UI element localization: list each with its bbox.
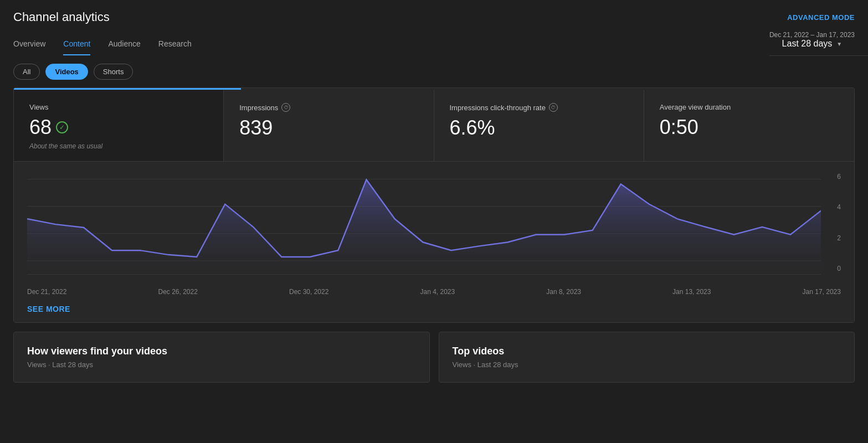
dropdown-arrow-icon: ▼ — [836, 41, 842, 47]
bottom-card-viewers-find[interactable]: How viewers find your videos Views · Las… — [13, 332, 430, 383]
filter-row: All Videos Shorts — [0, 56, 868, 87]
advanced-mode-button[interactable]: ADVANCED MODE — [787, 13, 855, 22]
metric-card-impressions[interactable]: Impressions ⏱ 839 — [224, 90, 434, 161]
bottom-card-subtitle-viewers: Views · Last 28 days — [27, 360, 416, 369]
date-range-selector[interactable]: Last 28 days ▼ — [782, 39, 843, 49]
chart-svg — [27, 173, 821, 284]
nav-date-row: Overview Content Audience Research Dec 2… — [0, 31, 868, 56]
chart-x-labels: Dec 21, 2022 Dec 26, 2022 Dec 30, 2022 J… — [27, 284, 841, 296]
page-header: Channel analytics ADVANCED MODE — [0, 0, 868, 31]
info-icon-impressions: ⏱ — [281, 103, 290, 112]
metric-check-icon: ✓ — [56, 121, 68, 133]
bottom-card-top-videos[interactable]: Top videos Views · Last 28 days — [439, 332, 855, 383]
metrics-section: Views 68 ✓ About the same as usual Impre… — [13, 87, 855, 323]
metrics-cards: Views 68 ✓ About the same as usual Impre… — [14, 90, 854, 162]
nav-tabs: Overview Content Audience Research — [0, 31, 769, 56]
bottom-card-title-top-videos: Top videos — [453, 346, 841, 357]
info-icon-ctr: ⏱ — [549, 103, 558, 112]
metric-card-ctr[interactable]: Impressions click-through rate ⏱ 6.6% — [434, 90, 644, 161]
see-more-link[interactable]: SEE MORE — [14, 296, 854, 322]
chart-area: 6 4 2 0 — [14, 162, 854, 296]
metric-label-impressions: Impressions ⏱ — [239, 103, 418, 112]
date-range-label-main: Last 28 days — [782, 39, 833, 49]
bottom-cards: How viewers find your videos Views · Las… — [0, 323, 868, 392]
metric-label-views: Views — [29, 103, 208, 111]
page-title: Channel analytics — [13, 10, 110, 24]
date-range-label-small: Dec 21, 2022 – Jan 17, 2023 — [769, 31, 855, 39]
filter-videos[interactable]: Videos — [45, 64, 88, 80]
bottom-card-title-viewers: How viewers find your videos — [27, 346, 416, 357]
tab-audience[interactable]: Audience — [108, 33, 140, 55]
filter-shorts[interactable]: Shorts — [94, 64, 133, 80]
chart-fill — [27, 180, 821, 275]
date-range-container: Dec 21, 2022 – Jan 17, 2023 Last 28 days… — [769, 31, 868, 56]
metric-value-views: 68 ✓ — [29, 116, 208, 139]
metric-card-avg-duration[interactable]: Average view duration 0:50 — [644, 90, 854, 161]
metric-value-avg-duration: 0:50 — [660, 116, 839, 139]
metric-label-ctr: Impressions click-through rate ⏱ — [450, 103, 628, 112]
metric-value-impressions: 839 — [239, 116, 418, 140]
metric-card-views[interactable]: Views 68 ✓ About the same as usual — [14, 90, 224, 161]
bottom-card-subtitle-top-videos: Views · Last 28 days — [453, 360, 841, 369]
metric-label-avg-duration: Average view duration — [660, 103, 839, 111]
tab-content[interactable]: Content — [63, 33, 90, 55]
tab-overview[interactable]: Overview — [13, 33, 45, 55]
tab-research[interactable]: Research — [158, 33, 192, 55]
filter-all[interactable]: All — [13, 64, 40, 80]
metric-value-ctr: 6.6% — [450, 116, 628, 140]
metric-note-views: About the same as usual — [29, 142, 208, 150]
chart-y-labels: 6 4 2 0 — [837, 173, 841, 272]
